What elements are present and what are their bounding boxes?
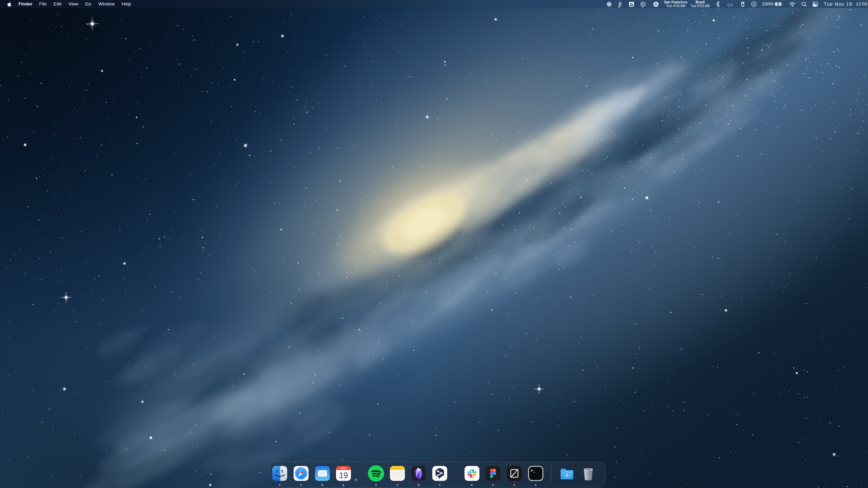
- svg-text:19: 19: [339, 471, 348, 480]
- svg-text:>_: >_: [530, 469, 536, 473]
- svg-text:NOV: NOV: [341, 467, 347, 469]
- svg-text:G: G: [654, 2, 657, 6]
